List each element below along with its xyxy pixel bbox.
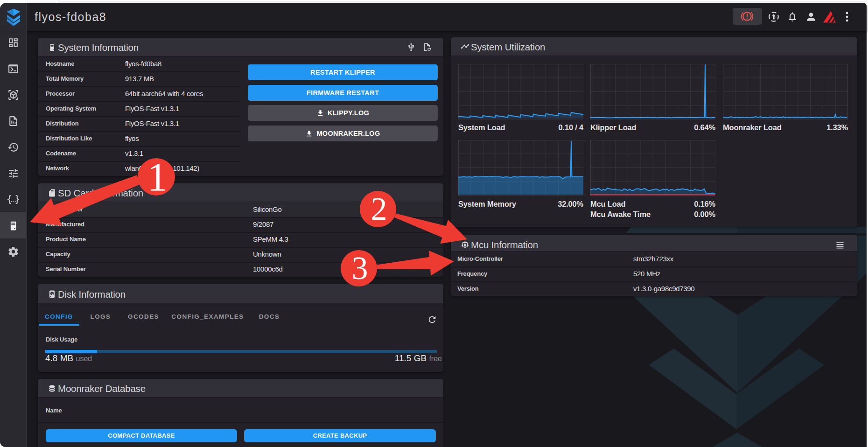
svg-text:2: 2 bbox=[371, 191, 387, 227]
svg-text:3: 3 bbox=[352, 250, 368, 286]
svg-text:1: 1 bbox=[147, 154, 168, 199]
